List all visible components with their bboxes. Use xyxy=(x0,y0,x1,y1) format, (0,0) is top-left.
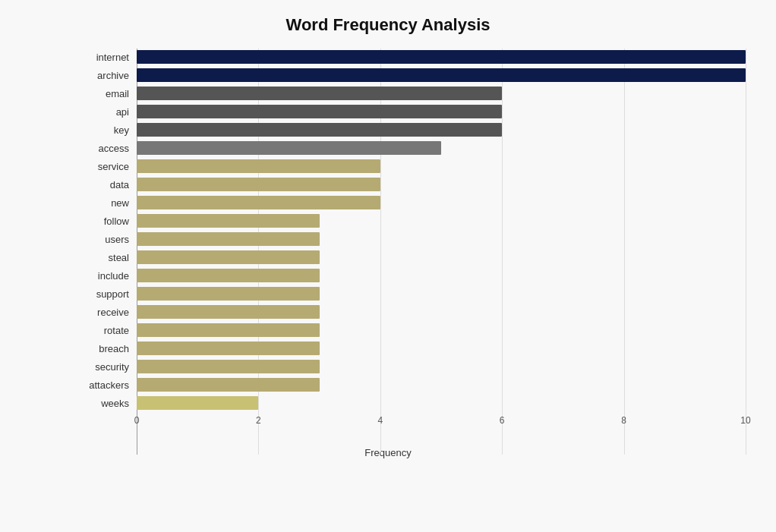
bar-track xyxy=(137,287,746,301)
bar-fill xyxy=(137,232,320,246)
bar-row: rotate xyxy=(76,322,746,338)
bar-label: access xyxy=(76,143,137,154)
bar-track xyxy=(137,105,746,118)
bar-label: data xyxy=(76,179,137,190)
bar-track xyxy=(137,396,746,410)
bar-row: breach xyxy=(76,340,746,357)
bar-track xyxy=(137,87,746,100)
bar-track xyxy=(137,378,746,392)
bar-track xyxy=(137,214,746,228)
bar-row: key xyxy=(76,121,746,138)
bar-label: steal xyxy=(76,252,137,263)
x-tick: 6 xyxy=(500,415,505,426)
x-tick: 8 xyxy=(621,415,626,426)
bar-row: service xyxy=(76,158,746,175)
bar-row: receive xyxy=(76,304,746,320)
bar-row: steal xyxy=(76,249,746,266)
bar-row: include xyxy=(76,267,746,284)
bar-fill xyxy=(137,68,746,82)
bar-fill xyxy=(137,87,502,100)
bar-label: email xyxy=(76,88,137,99)
bar-row: attackers xyxy=(76,376,746,393)
x-axis: 0246810 xyxy=(137,415,746,430)
bar-track xyxy=(137,196,746,209)
bar-label: weeks xyxy=(76,398,137,409)
bar-track xyxy=(137,269,746,282)
bar-fill xyxy=(137,360,320,373)
bar-chart: internetarchiveemailapikeyaccessserviced… xyxy=(76,49,746,414)
bar-track xyxy=(137,232,746,246)
bar-track xyxy=(137,68,746,82)
bar-row: api xyxy=(76,103,746,120)
bar-fill xyxy=(137,214,320,228)
bar-fill xyxy=(137,178,380,191)
bar-label: internet xyxy=(76,52,137,63)
bar-label: api xyxy=(76,106,137,118)
bar-label: follow xyxy=(76,216,137,227)
bar-row: email xyxy=(76,85,746,102)
bar-fill xyxy=(137,141,441,155)
bar-row: internet xyxy=(76,49,746,65)
bar-label: receive xyxy=(76,307,137,318)
bar-track xyxy=(137,123,746,137)
bar-label: users xyxy=(76,234,137,245)
bar-track xyxy=(137,360,746,373)
bar-fill xyxy=(137,250,320,264)
bar-fill xyxy=(137,50,746,64)
bar-row: data xyxy=(76,176,746,193)
bar-label: new xyxy=(76,197,137,209)
x-tick: 10 xyxy=(740,415,750,426)
bar-track xyxy=(137,159,746,173)
bar-fill xyxy=(137,378,320,392)
bar-label: include xyxy=(76,270,137,282)
bar-fill xyxy=(137,123,502,137)
bar-label: security xyxy=(76,361,137,373)
x-tick: 0 xyxy=(134,415,140,426)
bar-label: rotate xyxy=(76,325,137,336)
bar-track xyxy=(137,50,746,64)
bar-label: support xyxy=(76,288,137,300)
bar-label: attackers xyxy=(76,379,137,391)
bar-row: follow xyxy=(76,212,746,229)
bar-label: key xyxy=(76,124,137,136)
bar-track xyxy=(137,305,746,319)
bar-track xyxy=(137,250,746,264)
bar-track xyxy=(137,178,746,191)
bar-track xyxy=(137,342,746,355)
bar-row: support xyxy=(76,285,746,302)
bar-fill xyxy=(137,287,320,301)
bar-row: weeks xyxy=(76,395,746,411)
bar-label: breach xyxy=(76,343,137,354)
bar-fill xyxy=(137,269,320,282)
bar-fill xyxy=(137,305,320,319)
bar-row: security xyxy=(76,358,746,375)
bar-label: archive xyxy=(76,70,137,81)
bar-fill xyxy=(137,323,320,337)
bar-track xyxy=(137,323,746,337)
bar-fill xyxy=(137,105,502,118)
bar-row: archive xyxy=(76,67,746,83)
bar-row: new xyxy=(76,194,746,211)
bar-fill xyxy=(137,196,380,209)
bar-track xyxy=(137,141,746,155)
chart-title: Word Frequency Analysis xyxy=(30,15,746,35)
bar-row: users xyxy=(76,231,746,247)
x-tick: 4 xyxy=(377,415,383,426)
grid-line xyxy=(746,49,746,455)
bar-fill xyxy=(137,159,380,173)
x-axis-label: Frequency xyxy=(30,447,746,458)
chart-container: Word Frequency Analysis internetarchivee… xyxy=(0,0,776,532)
x-tick: 2 xyxy=(256,415,261,426)
bar-fill xyxy=(137,396,258,410)
bar-label: service xyxy=(76,161,137,172)
bar-row: access xyxy=(76,140,746,156)
bar-fill xyxy=(137,342,320,355)
